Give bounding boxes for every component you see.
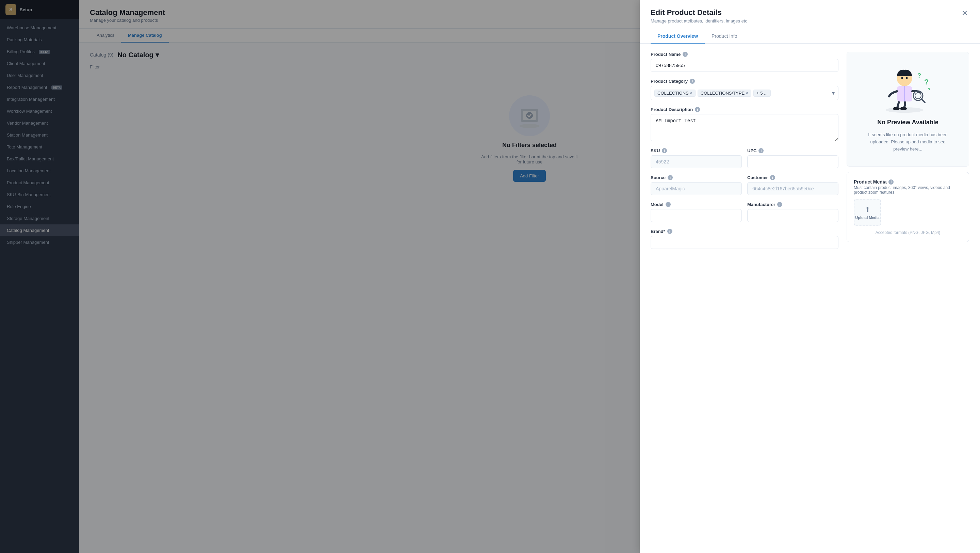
accepted-formats: Accepted formats (PNG, JPG, Mp4) bbox=[854, 230, 962, 235]
svg-point-5 bbox=[893, 107, 900, 110]
brand-group: Brand* i bbox=[651, 229, 838, 249]
upc-label: UPC i bbox=[747, 148, 838, 153]
category-tag-collections: COLLECTIONS × bbox=[654, 89, 695, 97]
preview-card: ? ? ? No Preview Available It seems like… bbox=[846, 52, 969, 167]
svg-point-6 bbox=[900, 107, 907, 110]
category-tag-remove-collections-type[interactable]: × bbox=[746, 91, 748, 96]
upc-info-icon[interactable]: i bbox=[759, 148, 764, 153]
media-desc: Must contain product images, 360° views,… bbox=[854, 185, 962, 195]
modal-header-text: Edit Product Details Manage product attr… bbox=[651, 8, 747, 24]
svg-text:?: ? bbox=[924, 78, 929, 86]
sku-info-icon[interactable]: i bbox=[662, 148, 667, 153]
tab-product-info[interactable]: Product Info bbox=[705, 29, 744, 44]
product-description-label: Product Description i bbox=[651, 107, 838, 112]
product-name-input[interactable] bbox=[651, 59, 838, 72]
svg-point-13 bbox=[901, 77, 903, 79]
product-description-textarea[interactable]: AM Import Test bbox=[651, 114, 838, 141]
model-group: Model i bbox=[651, 202, 742, 222]
product-category-label: Product Category i bbox=[651, 79, 838, 84]
upload-media-button[interactable]: ⬆ Upload Media bbox=[854, 199, 881, 226]
product-category-group: Product Category i COLLECTIONS × COLLECT… bbox=[651, 79, 838, 100]
upload-label: Upload Media bbox=[855, 215, 880, 220]
brand-info-icon[interactable]: i bbox=[667, 229, 672, 234]
source-info-icon[interactable]: i bbox=[668, 175, 673, 180]
model-input[interactable] bbox=[651, 209, 742, 222]
category-tag-remove-collections[interactable]: × bbox=[690, 91, 692, 96]
product-name-group: Product Name i bbox=[651, 52, 838, 72]
modal-header: Edit Product Details Manage product attr… bbox=[640, 0, 980, 29]
customer-group: Customer i bbox=[747, 175, 838, 195]
source-customer-row: Source i Customer i bbox=[651, 175, 838, 195]
category-tag-collections-type: COLLECTIONS/TYPE × bbox=[698, 89, 751, 97]
model-manufacturer-row: Model i Manufacturer i bbox=[651, 202, 838, 222]
upload-icon: ⬆ bbox=[865, 206, 870, 214]
product-name-info-icon[interactable]: i bbox=[682, 52, 688, 57]
modal-subtitle: Manage product attributes, identifiers, … bbox=[651, 18, 747, 24]
svg-point-14 bbox=[906, 77, 908, 79]
modal-body: Product Name i Product Category i COLLEC… bbox=[640, 44, 980, 553]
source-group: Source i bbox=[651, 175, 742, 195]
manufacturer-label: Manufacturer i bbox=[747, 202, 838, 207]
modal-close-button[interactable]: ✕ bbox=[960, 8, 969, 18]
sku-label: SKU i bbox=[651, 148, 742, 153]
model-label: Model i bbox=[651, 202, 742, 207]
source-input[interactable] bbox=[651, 182, 742, 195]
media-upload-card: Product Media i Must contain product ima… bbox=[846, 172, 969, 242]
manufacturer-input[interactable] bbox=[747, 209, 838, 222]
modal-right-sidebar: ? ? ? No Preview Available It seems like… bbox=[846, 52, 969, 545]
svg-point-10 bbox=[915, 92, 921, 99]
brand-input[interactable] bbox=[651, 236, 838, 249]
customer-info-icon[interactable]: i bbox=[770, 175, 775, 180]
category-tag-more[interactable]: + 5 ... bbox=[753, 89, 771, 97]
tab-product-overview[interactable]: Product Overview bbox=[651, 29, 705, 44]
model-info-icon[interactable]: i bbox=[666, 202, 671, 207]
no-preview-desc: It seems like no product media has been … bbox=[867, 131, 949, 153]
product-description-info-icon[interactable]: i bbox=[695, 107, 700, 112]
modal-tabs: Product Overview Product Info bbox=[640, 29, 980, 44]
svg-text:?: ? bbox=[917, 72, 921, 79]
svg-text:?: ? bbox=[928, 87, 931, 92]
sku-group: SKU i bbox=[651, 148, 742, 168]
modal-title: Edit Product Details bbox=[651, 8, 747, 17]
no-preview-title: No Preview Available bbox=[877, 119, 939, 126]
media-info-icon[interactable]: i bbox=[888, 180, 894, 185]
svg-line-11 bbox=[921, 99, 925, 102]
product-category-info-icon[interactable]: i bbox=[690, 79, 695, 84]
upc-input[interactable] bbox=[747, 155, 838, 168]
edit-product-modal: Edit Product Details Manage product attr… bbox=[640, 0, 980, 553]
no-preview-illustration: ? ? ? bbox=[881, 66, 935, 113]
customer-input[interactable] bbox=[747, 182, 838, 195]
source-label: Source i bbox=[651, 175, 742, 180]
brand-label: Brand* i bbox=[651, 229, 838, 234]
upc-group: UPC i bbox=[747, 148, 838, 168]
sku-input[interactable] bbox=[651, 155, 742, 168]
product-category-input[interactable]: COLLECTIONS × COLLECTIONS/TYPE × + 5 ...… bbox=[651, 86, 838, 100]
preview-area: ? ? ? No Preview Available It seems like… bbox=[847, 52, 969, 166]
manufacturer-group: Manufacturer i bbox=[747, 202, 838, 222]
customer-label: Customer i bbox=[747, 175, 838, 180]
manufacturer-info-icon[interactable]: i bbox=[777, 202, 782, 207]
media-label: Product Media i bbox=[854, 179, 962, 185]
categories-chevron-icon: ▾ bbox=[832, 90, 835, 96]
sku-upc-row: SKU i UPC i bbox=[651, 148, 838, 168]
product-name-label: Product Name i bbox=[651, 52, 838, 57]
product-form: Product Name i Product Category i COLLEC… bbox=[651, 52, 838, 545]
product-description-group: Product Description i AM Import Test bbox=[651, 107, 838, 141]
